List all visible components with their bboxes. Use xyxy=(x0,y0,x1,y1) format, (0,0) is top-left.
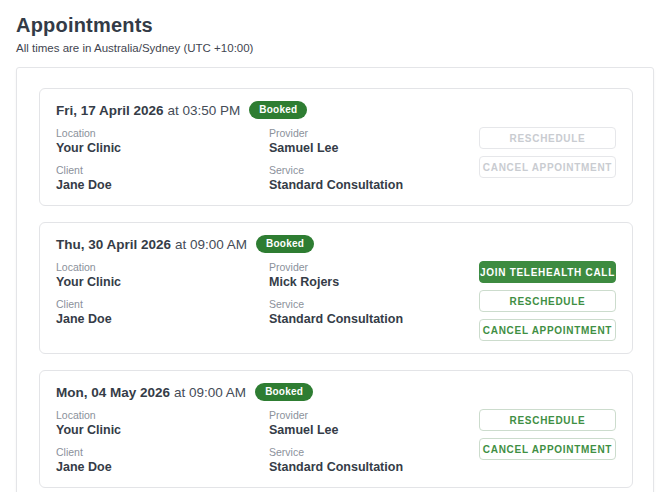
appointment-fields: Location Your Clinic Provider Samuel Lee… xyxy=(56,127,479,193)
appointment-card: Mon, 04 May 2026at 09:00 AM Booked Locat… xyxy=(39,370,633,488)
status-badge: Booked xyxy=(256,235,314,253)
cancel-appointment-button: CANCEL APPOINTMENT xyxy=(479,156,616,178)
field-label: Location xyxy=(56,261,269,274)
field-label: Location xyxy=(56,409,269,422)
field-provider: Provider Samuel Lee xyxy=(269,409,465,438)
appointment-datetime: Mon, 04 May 2026at 09:00 AM xyxy=(56,384,246,401)
appointment-date: Thu, 30 April 2026 xyxy=(56,237,171,252)
cancel-appointment-button[interactable]: CANCEL APPOINTMENT xyxy=(479,319,616,341)
field-provider: Provider Samuel Lee xyxy=(269,127,465,156)
field-client: Client Jane Doe xyxy=(56,164,269,193)
appointments-panel: Fri, 17 April 2026at 03:50 PM Booked Loc… xyxy=(16,67,654,492)
appointment-header: Thu, 30 April 2026at 09:00 AM Booked xyxy=(56,235,616,253)
appointment-actions: RESCHEDULE CANCEL APPOINTMENT xyxy=(479,409,616,460)
field-value: Mick Rojers xyxy=(269,274,465,290)
field-value: Standard Consultation xyxy=(269,311,465,327)
field-provider: Provider Mick Rojers xyxy=(269,261,465,290)
field-value: Jane Doe xyxy=(56,177,269,193)
appointment-time: at 09:00 AM xyxy=(174,385,246,400)
appointment-header: Fri, 17 April 2026at 03:50 PM Booked xyxy=(56,101,616,119)
field-client: Client Jane Doe xyxy=(56,298,269,327)
appointment-body: Location Your Clinic Provider Samuel Lee… xyxy=(56,409,616,475)
appointment-datetime: Thu, 30 April 2026at 09:00 AM xyxy=(56,236,247,253)
field-value: Samuel Lee xyxy=(269,140,465,156)
join-telehealth-call-button[interactable]: JOIN TELEHEALTH CALL xyxy=(479,261,616,283)
field-label: Service xyxy=(269,164,465,177)
field-value: Standard Consultation xyxy=(269,177,465,193)
timezone-note: All times are in Australia/Sydney (UTC +… xyxy=(16,42,654,54)
appointment-date: Mon, 04 May 2026 xyxy=(56,385,170,400)
appointment-card: Thu, 30 April 2026at 09:00 AM Booked Loc… xyxy=(39,222,633,354)
field-label: Client xyxy=(56,298,269,311)
field-value: Your Clinic xyxy=(56,274,269,290)
field-value: Standard Consultation xyxy=(269,459,465,475)
status-badge: Booked xyxy=(249,101,307,119)
appointment-fields: Location Your Clinic Provider Mick Rojer… xyxy=(56,261,479,327)
field-label: Client xyxy=(56,164,269,177)
appointment-header: Mon, 04 May 2026at 09:00 AM Booked xyxy=(56,383,616,401)
field-service: Service Standard Consultation xyxy=(269,298,465,327)
appointment-card: Fri, 17 April 2026at 03:50 PM Booked Loc… xyxy=(39,88,633,206)
appointments-page: Appointments All times are in Australia/… xyxy=(0,0,670,492)
field-location: Location Your Clinic xyxy=(56,127,269,156)
field-location: Location Your Clinic xyxy=(56,409,269,438)
appointment-actions: JOIN TELEHEALTH CALL RESCHEDULE CANCEL A… xyxy=(479,261,616,341)
field-label: Service xyxy=(269,446,465,459)
field-value: Your Clinic xyxy=(56,422,269,438)
field-value: Jane Doe xyxy=(56,459,269,475)
appointment-body: Location Your Clinic Provider Mick Rojer… xyxy=(56,261,616,341)
field-label: Client xyxy=(56,446,269,459)
field-value: Jane Doe xyxy=(56,311,269,327)
reschedule-button[interactable]: RESCHEDULE xyxy=(479,290,616,312)
field-label: Provider xyxy=(269,261,465,274)
appointment-fields: Location Your Clinic Provider Samuel Lee… xyxy=(56,409,479,475)
appointment-time: at 09:00 AM xyxy=(175,237,247,252)
appointment-datetime: Fri, 17 April 2026at 03:50 PM xyxy=(56,102,240,119)
field-client: Client Jane Doe xyxy=(56,446,269,475)
field-label: Service xyxy=(269,298,465,311)
reschedule-button[interactable]: RESCHEDULE xyxy=(479,409,616,431)
appointment-actions: RESCHEDULE CANCEL APPOINTMENT xyxy=(479,127,616,178)
appointment-date: Fri, 17 April 2026 xyxy=(56,103,164,118)
field-value: Samuel Lee xyxy=(269,422,465,438)
field-label: Location xyxy=(56,127,269,140)
field-label: Provider xyxy=(269,409,465,422)
field-location: Location Your Clinic xyxy=(56,261,269,290)
appointment-time: at 03:50 PM xyxy=(168,103,241,118)
cancel-appointment-button[interactable]: CANCEL APPOINTMENT xyxy=(479,438,616,460)
field-service: Service Standard Consultation xyxy=(269,446,465,475)
appointment-body: Location Your Clinic Provider Samuel Lee… xyxy=(56,127,616,193)
field-service: Service Standard Consultation xyxy=(269,164,465,193)
status-badge: Booked xyxy=(255,383,313,401)
field-label: Provider xyxy=(269,127,465,140)
page-title: Appointments xyxy=(16,14,654,37)
reschedule-button: RESCHEDULE xyxy=(479,127,616,149)
field-value: Your Clinic xyxy=(56,140,269,156)
